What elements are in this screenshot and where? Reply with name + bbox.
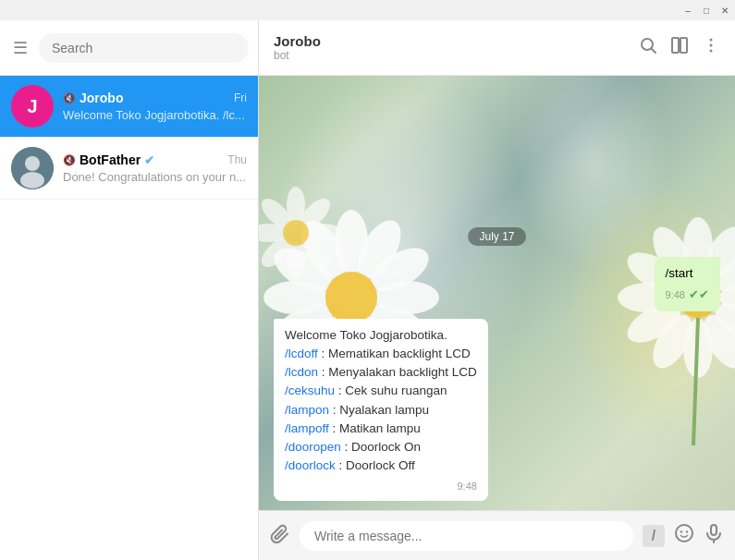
svg-point-1 [25,156,40,171]
svg-line-4 [652,49,656,54]
chat-name-label: Jorobo [80,91,123,105]
msg-row-incoming: Welcome Toko Jogjarobotika. /lcdoff : Me… [274,319,720,502]
chat-preview: Welcome Toko Jogjarobotika. /lc... [63,108,247,122]
incoming-line-6: /dooropen : Doorlock On [285,438,477,457]
incoming-line-4: /lampon : Nyalakan lampu [285,401,477,420]
svg-point-9 [710,50,713,53]
bubble-meta-in: 9:48 [285,479,477,494]
sidebar-header: ☰ [0,20,258,76]
avatar-botfather-svg [11,147,54,189]
bubble-incoming: Welcome Toko Jogjarobotika. /lcdoff : Me… [274,319,488,502]
hamburger-icon[interactable]: ☰ [9,34,31,62]
search-input[interactable] [39,33,249,63]
chat-name-label-bf: BotFather [80,152,141,167]
chat-item-botfather[interactable]: 🔇 BotFather ✔ Thu Done! Congratulations … [0,138,258,200]
svg-point-49 [680,530,682,532]
incoming-line-0: Welcome Toko Jogjarobotika. [285,326,477,345]
sidebar: ☰ J 🔇 Jorobo Fri Welcome Toko Jogjarobot… [0,20,259,560]
chat-header-actions [639,36,720,59]
mute-icon-bf: 🔇 [63,154,76,166]
incoming-line-1: /lcdoff : Mematikan backlight LCD [285,345,477,363]
svg-rect-51 [711,525,717,535]
titlebar: – □ ✕ [0,0,735,20]
bubble-meta-out: 9:48 ✔✔ [666,286,709,304]
chat-input-bar: / [259,510,735,560]
svg-point-50 [686,530,688,532]
chat-name-row-bf: 🔇 BotFather ✔ Thu [63,152,247,167]
minimize-button[interactable]: – [681,4,694,17]
chat-main: Jorobo bot [259,20,735,560]
avatar-botfather [11,147,54,189]
maximize-button[interactable]: □ [700,4,713,17]
emoji-icon[interactable] [674,523,694,548]
input-right-icons: / [643,523,724,548]
chat-list: J 🔇 Jorobo Fri Welcome Toko Jogjarobotik… [0,76,258,560]
bubble-time-out: 9:48 [666,287,685,303]
chat-time: Fri [234,91,247,104]
search-header-icon[interactable] [639,36,657,59]
app-body: ☰ J 🔇 Jorobo Fri Welcome Toko Jogjarobot… [0,20,735,560]
outgoing-text: /start [666,266,693,280]
chat-name-bf: 🔇 BotFather ✔ [63,152,154,167]
chat-time-bf: Thu [227,153,247,166]
verified-icon: ✔ [144,153,154,167]
incoming-line-5: /lampoff : Matikan lampu [285,420,477,438]
chat-contact-name: Jorobo [274,33,321,49]
double-check-icon: ✔✔ [689,286,709,304]
chat-header-info: Jorobo bot [274,33,321,62]
svg-point-48 [676,525,692,542]
chat-name: 🔇 Jorobo [63,91,123,105]
more-header-icon[interactable] [702,36,720,59]
chat-preview-bf: Done! Congratulations on your n... [63,170,247,184]
chat-name-row: 🔇 Jorobo Fri [63,91,247,105]
svg-point-2 [20,172,44,189]
chat-status: bot [274,49,321,62]
attach-icon[interactable] [270,523,290,548]
mic-icon[interactable] [704,523,724,548]
bubble-outgoing: /start 9:48 ✔✔ [655,257,720,311]
close-button[interactable]: ✕ [718,4,731,17]
chat-header: Jorobo bot [259,20,735,76]
chat-item-jorobo[interactable]: J 🔇 Jorobo Fri Welcome Toko Jogjarobotik… [0,76,258,138]
message-input[interactable] [300,521,633,551]
msg-row-outgoing: /start 9:48 ✔✔ [274,257,720,311]
chat-background: July 17 /start 9:48 ✔✔ Welcome Toko Jogj… [259,76,735,510]
mute-icon: 🔇 [63,92,76,104]
date-badge: July 17 [468,227,525,246]
chat-info-jorobo: 🔇 Jorobo Fri Welcome Toko Jogjarobotika.… [63,91,247,122]
incoming-line-2: /lcdon : Menyalakan backlight LCD [285,363,477,382]
avatar-jorobo: J [11,85,54,128]
slash-command-icon[interactable]: / [643,525,665,547]
incoming-line-7: /doorlock : Doorlock Off [285,457,477,475]
chat-info-botfather: 🔇 BotFather ✔ Thu Done! Congratulations … [63,152,247,184]
svg-point-7 [710,39,713,42]
svg-rect-5 [672,38,679,53]
columns-header-icon[interactable] [670,36,689,59]
svg-rect-6 [680,38,687,53]
incoming-line-3: /ceksuhu : Cek suhu ruangan [285,382,477,400]
bubble-time-in: 9:48 [457,479,476,494]
chat-messages: July 17 /start 9:48 ✔✔ Welcome Toko Jogj… [259,218,735,510]
svg-point-8 [710,44,713,47]
